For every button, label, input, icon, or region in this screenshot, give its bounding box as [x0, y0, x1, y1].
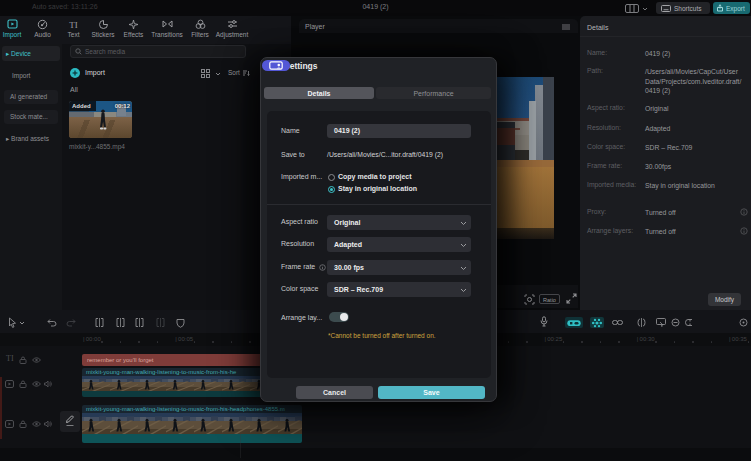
svg-text:TI: TI — [69, 20, 78, 30]
